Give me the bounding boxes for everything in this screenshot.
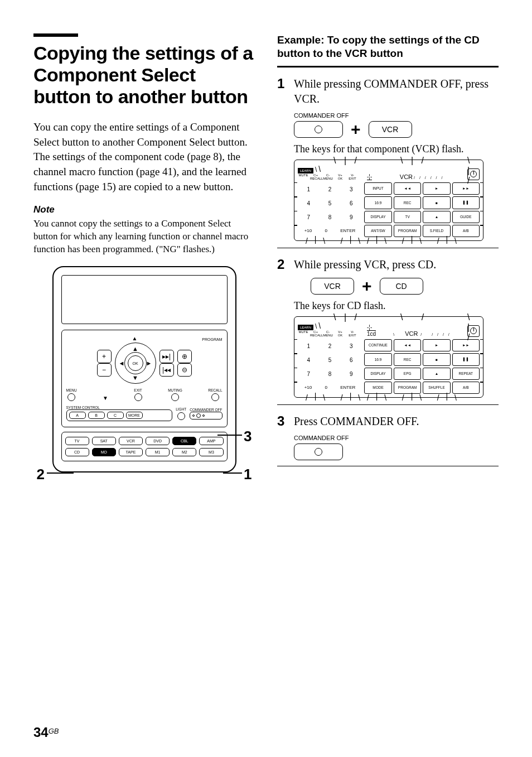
lcd2-mode: VCR [405, 330, 418, 337]
plus-icon-2: + [362, 278, 372, 295]
comp-amp: AMP [199, 437, 223, 445]
sys-b-button: B [88, 412, 105, 419]
right-column: Example: To copy the settings of the CD … [277, 33, 499, 472]
comp-m1: M1 [146, 448, 170, 456]
lcd1-numpad: 123 456 789 +100ENTER [298, 182, 362, 237]
menu-label: MENU [66, 388, 77, 392]
lcd1-mode: VCR [400, 173, 413, 180]
lcd2-buttons: CONTINUE◄◄►►► 16:9REC■❚❚ DISPLAYEPG▲REPE… [364, 339, 480, 394]
remote-lcd [61, 275, 228, 324]
vcr-pill-2: VCR [311, 278, 354, 295]
lcd2-numpad: 123 456 789 +100ENTER [298, 339, 362, 394]
menu-button [67, 393, 75, 401]
cd-pill: CD [380, 278, 423, 295]
note-body: You cannot copy the settings to a Compon… [33, 218, 255, 256]
callout-1-line [223, 472, 242, 474]
comp-cd: CD [65, 448, 89, 456]
prog-prev-button: |◂◂ [159, 363, 174, 377]
step-2-num: 2 [277, 257, 287, 272]
muting-label: MUTING [168, 388, 182, 392]
component-row-1: TV SAT VCR DVD CBL AMP CD MD TAPE M1 M2 … [61, 432, 228, 461]
step-divider-2 [277, 404, 499, 405]
comp-m2: M2 [172, 448, 196, 456]
light-label: LIGHT [176, 407, 186, 411]
step-2-text: While pressing VCR, press CD. [294, 257, 499, 272]
sys-a-button: A [69, 412, 86, 419]
comp-tv: TV [65, 437, 89, 445]
recall-label: RECALL [208, 388, 222, 392]
step-1-after: The keys for that component (VCR) flash. [294, 143, 499, 155]
step-divider-1 [277, 248, 499, 248]
remote-nav-cluster: + − ▲ ▼ ◄ ► OK ▸▸| |◂◂ [66, 343, 223, 384]
page-number: 34GB [33, 725, 59, 740]
nav-ring: ▲ ▼ ◄ ► OK [115, 343, 156, 384]
callout-3-line [217, 435, 242, 436]
lcd-panel-cd: \ | /\ /\ | / \ | / \ | /\ | / \ | / \ |… [294, 316, 483, 398]
program-label: PROGRAM [202, 337, 222, 341]
note-heading: Note [33, 204, 255, 215]
remote-mid-panel: ▲ PROGRAM + − ▲ ▼ ◄ ► OK [61, 330, 228, 427]
commander-off-label: COMMANDER OFF [190, 408, 222, 412]
step-2: 2 While pressing VCR, press CD. [277, 257, 499, 272]
callout-2-line [47, 472, 74, 474]
cmd-off-label-1: COMMANDER OFF [294, 112, 499, 119]
callout-2: 2 [37, 466, 45, 483]
example-rule [277, 66, 499, 67]
step-2-buttons: VCR + CD [311, 278, 499, 295]
comp-dvd: DVD [146, 437, 170, 445]
comp-tape: TAPE [119, 448, 143, 456]
title-rule [33, 33, 78, 37]
plus-icon: + [351, 121, 361, 138]
exit-label: EXIT [134, 388, 142, 392]
callout-3: 3 [244, 428, 252, 445]
light-button [177, 412, 185, 420]
vcr-pill: VCR [369, 121, 412, 138]
step-1-buttons: + VCR [294, 121, 499, 138]
main-title: Copying the settings of a Component Sele… [33, 42, 255, 108]
cmd-off-label-3: COMMANDER OFF [294, 435, 499, 441]
commander-off-pill [294, 121, 343, 138]
ok-button: OK [128, 355, 143, 371]
callout-1: 1 [244, 466, 252, 483]
learn-badge-2: LEARN [298, 325, 313, 330]
exit-button [134, 393, 142, 401]
comp-sat: SAT [92, 437, 116, 445]
ch-down-button: ⊖ [177, 363, 192, 377]
step-1-num: 1 [277, 76, 287, 107]
vol-down-button: − [97, 363, 112, 377]
step-3-text: Press COMMANDER OFF. [294, 414, 499, 429]
comp-md: MD [92, 448, 116, 456]
step-3-num: 3 [277, 414, 287, 429]
commander-off-button [190, 412, 222, 420]
step-1: 1 While pressing COMMANDER OFF, press VC… [277, 76, 499, 107]
lcd1-buttons: INPUT◄◄►►► 16:9REC■❚❚ DISPLAYTV▲GUIDE AN… [364, 182, 480, 237]
step-3: 3 Press COMMANDER OFF. [277, 414, 499, 429]
comp-vcr: VCR [119, 437, 143, 445]
lcd-panel-vcr: \ | /\ | /\ | / \ | / \ | /\ | / \ | / \… [294, 160, 483, 241]
vol-up-button: + [97, 350, 112, 363]
ch-up-button: ⊕ [177, 350, 192, 363]
remote-illustration: ▲ PROGRAM + − ▲ ▼ ◄ ► OK [52, 266, 236, 472]
remote-body: ▲ PROGRAM + − ▲ ▼ ◄ ► OK [52, 266, 236, 472]
example-title: Example: To copy the settings of the CD … [277, 33, 499, 60]
comp-cbl: CBL [172, 437, 196, 445]
step-divider-3 [277, 466, 499, 466]
muting-button [171, 393, 179, 401]
recall-button [211, 393, 219, 401]
commander-off-pill-3 [294, 443, 343, 460]
step-2-after: The keys for CD flash. [294, 300, 499, 312]
intro-text: You can copy the entire settings of a Co… [33, 120, 255, 194]
page-columns: Copying the settings of a Component Sele… [33, 33, 499, 472]
sys-more-button: MORE [126, 412, 143, 419]
comp-m3: M3 [199, 448, 223, 456]
sys-c-button: C [107, 412, 124, 419]
left-column: Copying the settings of a Component Sele… [33, 33, 255, 472]
step-1-text: While pressing COMMANDER OFF, press VCR. [294, 76, 499, 107]
prog-next-button: ▸▸| [159, 350, 174, 363]
system-control-label: SYSTEM CONTROL [66, 406, 173, 409]
learn-badge: LEARN [298, 168, 313, 173]
step-3-buttons [294, 443, 499, 460]
